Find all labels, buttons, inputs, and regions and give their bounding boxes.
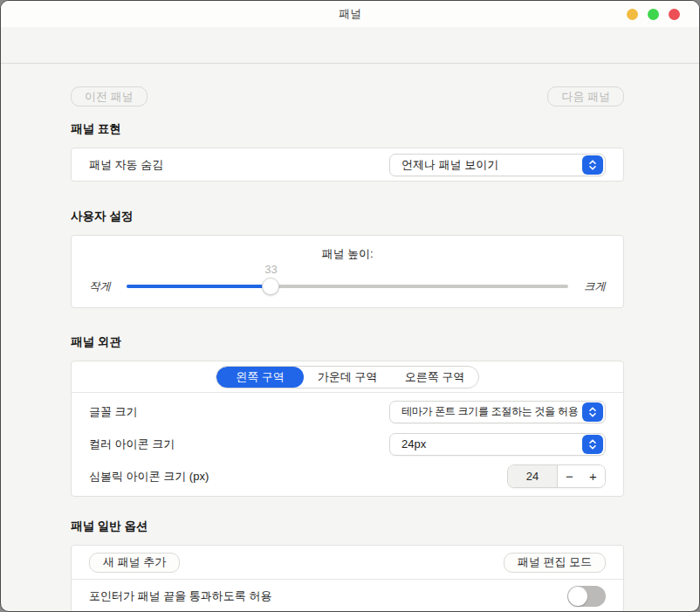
stepper-value-field[interactable]: 24 [508,465,558,487]
section-heading-general-options: 패널 일반 옵션 [71,519,624,534]
tab-center-zone[interactable]: 가운데 구역 [304,367,391,388]
font-size-label: 글꼴 크기 [89,404,138,420]
symbolic-icon-size-stepper: 24 − + [507,464,606,488]
window-title: 패널 [339,6,361,22]
slider-thumb[interactable] [262,278,279,295]
updown-chevron-icon [582,402,603,422]
symbolic-icon-size-row: 심볼릭 아이콘 크기 (px) 24 − + [72,460,623,492]
window-controls [627,1,680,27]
general-options-card: 새 패널 추가 패널 편집 모드 포인터가 패널 끝을 통과하도록 허용 [71,545,624,612]
section-heading-panel-display: 패널 표현 [71,121,624,137]
pointer-passthrough-label: 포인터가 패널 끝을 통과하도록 허용 [89,588,271,604]
panel-buttons-row: 새 패널 추가 패널 편집 모드 [72,546,623,580]
color-icon-size-label: 컬러 아이콘 크기 [89,437,175,452]
zone-tabs-row: 왼쪽 구역 가운데 구역 오른쪽 구역 [72,361,623,393]
toolbar-strip [1,27,699,64]
section-heading-appearance: 패널 외관 [71,334,624,350]
add-new-panel-button[interactable]: 새 패널 추가 [89,553,180,573]
panel-height-title: 패널 높이: [89,246,606,262]
previous-panel-button[interactable]: 이전 패널 [71,86,148,107]
minimize-button[interactable] [627,9,638,20]
stepper-minus-button[interactable]: − [558,465,581,487]
autohide-label: 패널 자동 숨김 [89,157,163,173]
font-size-selected-value: 테마가 폰트 크기를 조절하는 것을 허용 [401,404,578,419]
zone-segmented-control: 왼쪽 구역 가운데 구역 오른쪽 구역 [216,366,479,389]
panel-height-slider-row: 작게 33 크게 [89,278,606,295]
slider-value: 33 [264,263,277,276]
symbolic-icon-size-label: 심볼릭 아이콘 크기 (px) [89,469,209,485]
close-button[interactable] [669,9,680,20]
appearance-card: 왼쪽 구역 가운데 구역 오른쪽 구역 글꼴 크기 테마가 폰트 크기를 조절하… [71,361,624,497]
tab-left-zone[interactable]: 왼쪽 구역 [216,367,304,388]
autohide-selected-value: 언제나 패널 보이기 [401,157,498,173]
updown-chevron-icon [582,155,603,175]
autohide-select[interactable]: 언제나 패널 보이기 [389,154,606,176]
next-panel-button[interactable]: 다음 패널 [547,86,624,107]
font-size-select[interactable]: 테마가 폰트 크기를 조절하는 것을 허용 [389,401,606,423]
slider-max-label: 크게 [584,279,606,294]
content: 이전 패널 다음 패널 패널 표현 패널 자동 숨김 언제나 패널 보이기 사용… [1,86,699,612]
color-icon-size-select[interactable]: 24px [389,433,606,456]
section-heading-user-settings: 사용자 설정 [71,209,624,224]
maximize-button[interactable] [648,9,659,20]
updown-chevron-icon [582,435,603,454]
color-icon-size-selected-value: 24px [401,437,426,450]
panel-nav-row: 이전 패널 다음 패널 [71,86,624,107]
pointer-passthrough-row: 포인터가 패널 끝을 통과하도록 허용 [72,580,623,612]
slider-fill [127,285,271,288]
panel-edit-mode-button[interactable]: 패널 편집 모드 [504,553,606,573]
panel-preferences-window: 패널 이전 패널 다음 패널 패널 표현 패널 자동 숨김 언제나 패널 보이기 [0,0,700,612]
color-icon-size-row: 컬러 아이콘 크기 24px [72,428,623,460]
tab-right-zone[interactable]: 오른쪽 구역 [391,367,478,388]
panel-height-slider[interactable]: 33 [127,278,568,295]
font-size-row: 글꼴 크기 테마가 폰트 크기를 조절하는 것을 허용 [72,395,623,428]
autohide-row: 패널 자동 숨김 언제나 패널 보이기 [72,148,623,181]
toggle-knob [568,587,587,606]
user-settings-card: 패널 높이: 작게 33 크게 [71,235,624,308]
pointer-passthrough-toggle[interactable] [567,586,606,607]
slider-min-label: 작게 [89,279,111,294]
stepper-plus-button[interactable]: + [581,465,605,487]
titlebar[interactable]: 패널 [1,1,699,27]
panel-display-card: 패널 자동 숨김 언제나 패널 보이기 [71,148,624,182]
